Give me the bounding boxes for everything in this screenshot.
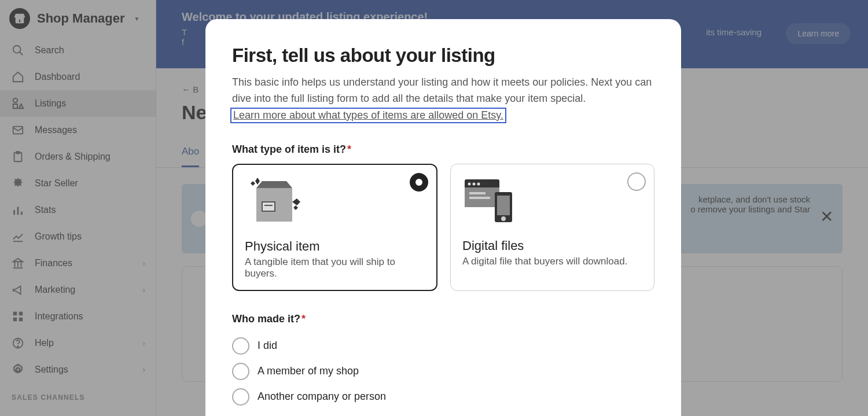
listing-type-modal: First, tell us about your listing This b… bbox=[205, 19, 681, 416]
modal-description: This basic info helps us understand your… bbox=[232, 75, 654, 107]
radio-member-of-shop[interactable]: A member of my shop bbox=[232, 359, 654, 384]
radio-label: A member of my shop bbox=[258, 365, 359, 377]
radio-unselected-icon bbox=[627, 172, 646, 191]
physical-item-illustration bbox=[245, 174, 425, 226]
radio-unselected-icon bbox=[232, 388, 249, 406]
svg-point-36 bbox=[501, 216, 506, 221]
radio-another-company[interactable]: Another company or person bbox=[232, 384, 654, 410]
question-item-type: What type of item is it?* bbox=[232, 143, 654, 156]
svg-point-29 bbox=[473, 182, 476, 185]
required-asterisk: * bbox=[347, 143, 351, 155]
card-title: Physical item bbox=[245, 239, 425, 254]
radio-label: I did bbox=[258, 340, 277, 352]
svg-rect-32 bbox=[469, 192, 486, 194]
card-desc: A tangible item that you will ship to bu… bbox=[245, 256, 425, 279]
card-title: Digital files bbox=[462, 238, 642, 253]
card-desc: A digital file that buyers will download… bbox=[462, 256, 642, 267]
type-card-row: Physical item A tangible item that you w… bbox=[232, 164, 654, 291]
svg-rect-25 bbox=[262, 202, 275, 211]
radio-i-did[interactable]: I did bbox=[232, 333, 654, 359]
digital-files-illustration bbox=[462, 174, 642, 226]
card-digital-files[interactable]: Digital files A digital file that buyers… bbox=[450, 164, 654, 291]
card-physical-item[interactable]: Physical item A tangible item that you w… bbox=[232, 164, 437, 291]
radio-unselected-icon bbox=[232, 337, 249, 355]
radio-label: Another company or person bbox=[258, 391, 386, 403]
radio-selected-icon bbox=[410, 173, 428, 192]
svg-rect-33 bbox=[469, 197, 490, 199]
svg-point-28 bbox=[468, 182, 471, 185]
modal-title: First, tell us about your listing bbox=[232, 45, 654, 67]
question-who-made: Who made it?* bbox=[232, 313, 654, 325]
who-made-options: I did A member of my shop Another compan… bbox=[232, 333, 654, 410]
learn-more-link[interactable]: Learn more about what types of items are… bbox=[232, 109, 505, 122]
svg-point-30 bbox=[477, 182, 480, 185]
radio-unselected-icon bbox=[232, 363, 249, 380]
required-asterisk: * bbox=[301, 313, 306, 325]
svg-rect-35 bbox=[497, 196, 510, 215]
